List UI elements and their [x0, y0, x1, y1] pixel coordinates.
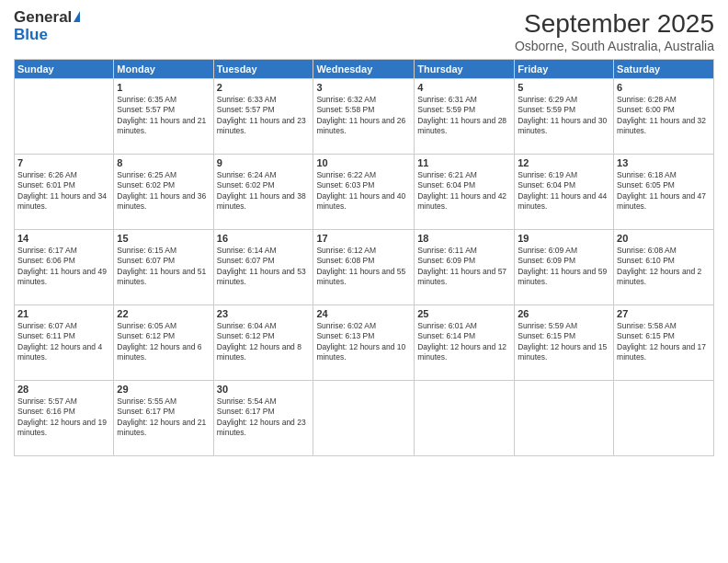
- day-cell: 22 Sunrise: 6:05 AMSunset: 6:12 PMDaylig…: [114, 305, 213, 381]
- day-number: 5: [518, 82, 610, 93]
- day-cell: 12 Sunrise: 6:19 AMSunset: 6:04 PMDaylig…: [515, 155, 614, 230]
- day-number: 18: [417, 233, 511, 244]
- day-number: 26: [518, 308, 610, 319]
- day-cell: 15 Sunrise: 6:15 AMSunset: 6:07 PMDaylig…: [114, 230, 213, 305]
- col-saturday: Saturday: [614, 60, 714, 79]
- day-cell: 29 Sunrise: 5:55 AMSunset: 6:17 PMDaylig…: [114, 381, 213, 456]
- day-number: 1: [117, 82, 210, 93]
- day-cell: [614, 381, 714, 456]
- week-row-2: 7 Sunrise: 6:26 AMSunset: 6:01 PMDayligh…: [15, 155, 714, 230]
- day-cell: 16 Sunrise: 6:14 AMSunset: 6:07 PMDaylig…: [213, 230, 313, 305]
- day-info: Sunrise: 6:08 AMSunset: 6:10 PMDaylight:…: [617, 246, 711, 288]
- day-cell: 26 Sunrise: 5:59 AMSunset: 6:15 PMDaylig…: [515, 305, 614, 381]
- day-cell: 4 Sunrise: 6:31 AMSunset: 5:59 PMDayligh…: [415, 79, 515, 155]
- logo: General Blue: [14, 9, 80, 43]
- day-info: Sunrise: 6:21 AMSunset: 6:04 PMDaylight:…: [417, 170, 511, 213]
- day-number: 6: [617, 82, 711, 93]
- day-cell: 7 Sunrise: 6:26 AMSunset: 6:01 PMDayligh…: [15, 155, 114, 230]
- day-cell: 3 Sunrise: 6:32 AMSunset: 5:58 PMDayligh…: [313, 79, 415, 155]
- header-row: Sunday Monday Tuesday Wednesday Thursday…: [15, 60, 714, 79]
- day-info: Sunrise: 6:22 AMSunset: 6:03 PMDaylight:…: [316, 170, 411, 213]
- day-info: Sunrise: 5:59 AMSunset: 6:15 PMDaylight:…: [518, 321, 610, 363]
- day-cell: 2 Sunrise: 6:33 AMSunset: 5:57 PMDayligh…: [213, 79, 313, 155]
- col-friday: Friday: [515, 60, 614, 79]
- day-cell: 9 Sunrise: 6:24 AMSunset: 6:02 PMDayligh…: [213, 155, 313, 230]
- day-cell: [415, 381, 515, 456]
- day-number: 2: [217, 82, 311, 93]
- day-cell: 21 Sunrise: 6:07 AMSunset: 6:11 PMDaylig…: [15, 305, 114, 381]
- col-sunday: Sunday: [15, 60, 114, 79]
- col-monday: Monday: [114, 60, 213, 79]
- day-cell: 27 Sunrise: 5:58 AMSunset: 6:15 PMDaylig…: [614, 305, 714, 381]
- day-cell: 24 Sunrise: 6:02 AMSunset: 6:13 PMDaylig…: [313, 305, 415, 381]
- day-number: 7: [17, 157, 110, 168]
- day-info: Sunrise: 6:19 AMSunset: 6:04 PMDaylight:…: [518, 170, 610, 213]
- day-info: Sunrise: 6:01 AMSunset: 6:14 PMDaylight:…: [417, 321, 511, 363]
- day-info: Sunrise: 6:32 AMSunset: 5:58 PMDaylight:…: [316, 95, 411, 137]
- day-number: 29: [117, 384, 210, 395]
- week-row-5: 28 Sunrise: 5:57 AMSunset: 6:16 PMDaylig…: [15, 381, 714, 456]
- calendar-table: Sunday Monday Tuesday Wednesday Thursday…: [14, 59, 714, 456]
- day-number: 21: [17, 308, 110, 319]
- day-number: 15: [117, 233, 210, 244]
- day-info: Sunrise: 6:17 AMSunset: 6:06 PMDaylight:…: [17, 246, 110, 288]
- day-info: Sunrise: 6:14 AMSunset: 6:07 PMDaylight:…: [217, 246, 311, 288]
- day-info: Sunrise: 5:57 AMSunset: 6:16 PMDaylight:…: [17, 396, 110, 439]
- day-number: 27: [617, 308, 711, 319]
- day-info: Sunrise: 6:24 AMSunset: 6:02 PMDaylight:…: [217, 170, 311, 213]
- day-number: 20: [617, 233, 711, 244]
- day-number: 19: [518, 233, 610, 244]
- day-cell: [15, 79, 114, 155]
- header: General Blue September 2025 Osborne, Sou…: [14, 9, 714, 53]
- day-cell: 30 Sunrise: 5:54 AMSunset: 6:17 PMDaylig…: [213, 381, 313, 456]
- day-info: Sunrise: 6:31 AMSunset: 5:59 PMDaylight:…: [417, 95, 511, 137]
- day-number: 25: [417, 308, 511, 319]
- day-number: 30: [217, 384, 311, 395]
- day-info: Sunrise: 6:25 AMSunset: 6:02 PMDaylight:…: [117, 170, 210, 213]
- day-info: Sunrise: 6:05 AMSunset: 6:12 PMDaylight:…: [117, 321, 210, 363]
- day-cell: 23 Sunrise: 6:04 AMSunset: 6:12 PMDaylig…: [213, 305, 313, 381]
- day-number: 14: [17, 233, 110, 244]
- day-info: Sunrise: 6:02 AMSunset: 6:13 PMDaylight:…: [316, 321, 411, 363]
- col-wednesday: Wednesday: [313, 60, 415, 79]
- day-cell: 18 Sunrise: 6:11 AMSunset: 6:09 PMDaylig…: [415, 230, 515, 305]
- day-info: Sunrise: 6:35 AMSunset: 5:57 PMDaylight:…: [117, 95, 210, 137]
- month-title: September 2025: [515, 9, 714, 39]
- day-cell: 6 Sunrise: 6:28 AMSunset: 6:00 PMDayligh…: [614, 79, 714, 155]
- day-number: 23: [217, 308, 311, 319]
- day-number: 12: [518, 157, 610, 168]
- title-block: September 2025 Osborne, South Australia,…: [515, 9, 714, 53]
- subtitle: Osborne, South Australia, Australia: [515, 39, 714, 53]
- day-cell: [313, 381, 415, 456]
- day-number: 22: [117, 308, 210, 319]
- day-info: Sunrise: 6:09 AMSunset: 6:09 PMDaylight:…: [518, 246, 610, 288]
- day-cell: 28 Sunrise: 5:57 AMSunset: 6:16 PMDaylig…: [15, 381, 114, 456]
- day-info: Sunrise: 5:55 AMSunset: 6:17 PMDaylight:…: [117, 396, 210, 439]
- day-number: 24: [316, 308, 411, 319]
- day-cell: [515, 381, 614, 456]
- day-cell: 19 Sunrise: 6:09 AMSunset: 6:09 PMDaylig…: [515, 230, 614, 305]
- day-cell: 1 Sunrise: 6:35 AMSunset: 5:57 PMDayligh…: [114, 79, 213, 155]
- day-number: 13: [617, 157, 711, 168]
- week-row-4: 21 Sunrise: 6:07 AMSunset: 6:11 PMDaylig…: [15, 305, 714, 381]
- day-info: Sunrise: 6:26 AMSunset: 6:01 PMDaylight:…: [17, 170, 110, 213]
- day-cell: 17 Sunrise: 6:12 AMSunset: 6:08 PMDaylig…: [313, 230, 415, 305]
- day-info: Sunrise: 5:54 AMSunset: 6:17 PMDaylight:…: [217, 396, 311, 439]
- day-info: Sunrise: 6:15 AMSunset: 6:07 PMDaylight:…: [117, 246, 210, 288]
- day-info: Sunrise: 6:12 AMSunset: 6:08 PMDaylight:…: [316, 246, 411, 288]
- day-cell: 11 Sunrise: 6:21 AMSunset: 6:04 PMDaylig…: [415, 155, 515, 230]
- col-thursday: Thursday: [415, 60, 515, 79]
- week-row-3: 14 Sunrise: 6:17 AMSunset: 6:06 PMDaylig…: [15, 230, 714, 305]
- day-info: Sunrise: 5:58 AMSunset: 6:15 PMDaylight:…: [617, 321, 711, 363]
- day-info: Sunrise: 6:18 AMSunset: 6:05 PMDaylight:…: [617, 170, 711, 213]
- day-info: Sunrise: 6:11 AMSunset: 6:09 PMDaylight:…: [417, 246, 511, 288]
- page: General Blue September 2025 Osborne, Sou…: [0, 0, 728, 563]
- day-number: 9: [217, 157, 311, 168]
- day-number: 28: [17, 384, 110, 395]
- day-number: 8: [117, 157, 210, 168]
- day-number: 10: [316, 157, 411, 168]
- week-row-1: 1 Sunrise: 6:35 AMSunset: 5:57 PMDayligh…: [15, 79, 714, 155]
- day-number: 17: [316, 233, 411, 244]
- day-number: 4: [417, 82, 511, 93]
- day-cell: 25 Sunrise: 6:01 AMSunset: 6:14 PMDaylig…: [415, 305, 515, 381]
